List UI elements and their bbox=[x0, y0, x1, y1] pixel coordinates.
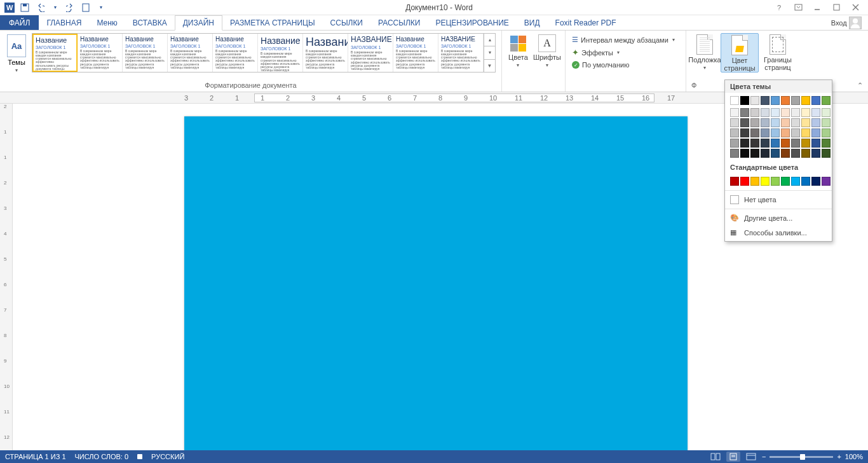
style-gallery-item[interactable]: НазваниеЗаголовок 1В современном мире ка… bbox=[393, 34, 438, 72]
color-swatch[interactable] bbox=[822, 96, 831, 105]
themes-button[interactable]: Темы ▾ bbox=[4, 33, 29, 73]
color-swatch[interactable] bbox=[750, 139, 759, 148]
color-swatch[interactable] bbox=[811, 128, 820, 137]
new-doc-icon[interactable] bbox=[79, 1, 93, 14]
tab-design[interactable]: ДИЗАЙН bbox=[175, 15, 222, 31]
color-swatch[interactable] bbox=[811, 139, 820, 148]
status-words[interactable]: ЧИСЛО СЛОВ: 0 bbox=[75, 453, 129, 460]
minimize-icon[interactable] bbox=[808, 1, 826, 14]
color-swatch[interactable] bbox=[730, 108, 739, 117]
color-swatch[interactable] bbox=[781, 96, 790, 105]
gallery-more-icon[interactable]: ▼ bbox=[484, 60, 495, 72]
tab-references[interactable]: ССЫЛКИ bbox=[323, 15, 370, 30]
color-swatch[interactable] bbox=[750, 149, 759, 158]
collapse-ribbon-icon[interactable]: ⌃ bbox=[857, 81, 863, 90]
color-swatch[interactable] bbox=[781, 139, 790, 148]
status-proofing[interactable] bbox=[137, 454, 142, 459]
help-icon[interactable]: ? bbox=[770, 1, 788, 14]
color-swatch[interactable] bbox=[791, 128, 800, 137]
color-swatch[interactable] bbox=[801, 139, 810, 148]
color-swatch[interactable] bbox=[781, 149, 790, 158]
color-swatch[interactable] bbox=[740, 177, 749, 186]
tab-layout[interactable]: РАЗМЕТКА СТРАНИЦЫ bbox=[222, 15, 323, 30]
more-colors-item[interactable]: 🎨Другие цвета... bbox=[725, 211, 832, 225]
color-swatch[interactable] bbox=[811, 108, 820, 117]
zoom-value[interactable]: 100% bbox=[845, 453, 863, 460]
gallery-scroll-up-icon[interactable]: ▴ bbox=[484, 34, 495, 46]
color-swatch[interactable] bbox=[811, 149, 820, 158]
color-swatch[interactable] bbox=[750, 128, 759, 137]
view-web-icon[interactable] bbox=[744, 452, 758, 462]
color-swatch[interactable] bbox=[822, 108, 831, 117]
color-swatch[interactable] bbox=[730, 128, 739, 137]
color-swatch[interactable] bbox=[730, 149, 739, 158]
color-swatch[interactable] bbox=[791, 96, 800, 105]
style-gallery[interactable]: НазваниеЗаголовок 1В современном мире ка… bbox=[32, 33, 496, 73]
style-gallery-item[interactable]: НазваниеЗаголовок 1В современном мире ка… bbox=[168, 34, 213, 72]
color-swatch[interactable] bbox=[761, 177, 770, 186]
view-read-icon[interactable] bbox=[709, 452, 722, 462]
paragraph-spacing-button[interactable]: ☰Интервал между абзацами▾ bbox=[569, 34, 677, 45]
save-icon[interactable] bbox=[18, 1, 32, 14]
style-gallery-item[interactable]: НазваниеЗАГОЛОВОК 1В современном мире ка… bbox=[213, 34, 258, 72]
color-swatch[interactable] bbox=[761, 149, 770, 158]
color-swatch[interactable] bbox=[822, 177, 831, 186]
color-swatch[interactable] bbox=[740, 118, 749, 127]
color-swatch[interactable] bbox=[771, 149, 780, 158]
color-swatch[interactable] bbox=[730, 177, 739, 186]
color-swatch[interactable] bbox=[771, 108, 780, 117]
color-swatch[interactable] bbox=[791, 149, 800, 158]
tab-file[interactable]: ФАЙЛ bbox=[0, 15, 39, 30]
color-swatch[interactable] bbox=[771, 118, 780, 127]
color-swatch[interactable] bbox=[781, 128, 790, 137]
color-swatch[interactable] bbox=[771, 139, 780, 148]
color-swatch[interactable] bbox=[730, 139, 739, 148]
style-gallery-item[interactable]: НазваниеЗаголовок 1В современном мире ка… bbox=[78, 34, 123, 72]
color-swatch[interactable] bbox=[822, 128, 831, 137]
color-swatch[interactable] bbox=[750, 96, 759, 105]
undo-dropdown-icon[interactable]: ▾ bbox=[48, 1, 62, 14]
color-swatch[interactable] bbox=[771, 177, 780, 186]
color-swatch[interactable] bbox=[801, 177, 810, 186]
tab-review[interactable]: РЕЦЕНЗИРОВАНИЕ bbox=[428, 15, 516, 30]
style-gallery-item[interactable]: НАЗВАНИЕЗаголовок 1В современном мире ка… bbox=[438, 34, 484, 72]
color-swatch[interactable] bbox=[761, 108, 770, 117]
signin-link[interactable]: Вход bbox=[825, 15, 868, 30]
color-swatch[interactable] bbox=[771, 128, 780, 137]
tab-menu[interactable]: Меню bbox=[89, 15, 125, 30]
no-color-item[interactable]: Нет цвета bbox=[725, 192, 832, 207]
color-swatch[interactable] bbox=[750, 108, 759, 117]
color-swatch[interactable] bbox=[822, 149, 831, 158]
color-swatch[interactable] bbox=[822, 139, 831, 148]
color-swatch[interactable] bbox=[761, 96, 770, 105]
color-swatch[interactable] bbox=[740, 108, 749, 117]
color-swatch[interactable] bbox=[811, 177, 820, 186]
gallery-scroll-down-icon[interactable]: ▾ bbox=[484, 46, 495, 59]
style-gallery-item[interactable]: НазваниеЗаголовок 1В современном мире ка… bbox=[123, 34, 168, 72]
color-swatch[interactable] bbox=[791, 139, 800, 148]
tab-foxit[interactable]: Foxit Reader PDF bbox=[548, 15, 624, 30]
document-page[interactable] bbox=[184, 116, 688, 450]
color-swatch[interactable] bbox=[761, 118, 770, 127]
qat-customize-icon[interactable]: ▾ bbox=[94, 1, 108, 14]
zoom-slider[interactable] bbox=[770, 456, 833, 458]
word-app-icon[interactable]: W bbox=[3, 1, 17, 14]
color-swatch[interactable] bbox=[761, 139, 770, 148]
color-swatch[interactable] bbox=[781, 177, 790, 186]
color-swatch[interactable] bbox=[811, 96, 820, 105]
tab-insert[interactable]: ВСТАВКА bbox=[125, 15, 175, 30]
status-page[interactable]: СТРАНИЦА 1 ИЗ 1 bbox=[5, 453, 66, 460]
effects-button[interactable]: ✦Эффекты▾ bbox=[569, 46, 677, 59]
fill-effects-item[interactable]: ▦Способы заливки... bbox=[725, 225, 832, 240]
ribbon-options-icon[interactable] bbox=[789, 1, 807, 14]
color-swatch[interactable] bbox=[750, 177, 759, 186]
page-color-button[interactable]: Цвет страницы bbox=[721, 33, 759, 73]
color-swatch[interactable] bbox=[791, 108, 800, 117]
color-swatch[interactable] bbox=[791, 177, 800, 186]
color-swatch[interactable] bbox=[781, 108, 790, 117]
tab-view[interactable]: ВИД bbox=[517, 15, 548, 30]
color-swatch[interactable] bbox=[801, 118, 810, 127]
fonts-button[interactable]: A Шрифты▾ bbox=[533, 33, 561, 68]
undo-icon[interactable] bbox=[33, 1, 47, 14]
color-swatch[interactable] bbox=[771, 96, 780, 105]
